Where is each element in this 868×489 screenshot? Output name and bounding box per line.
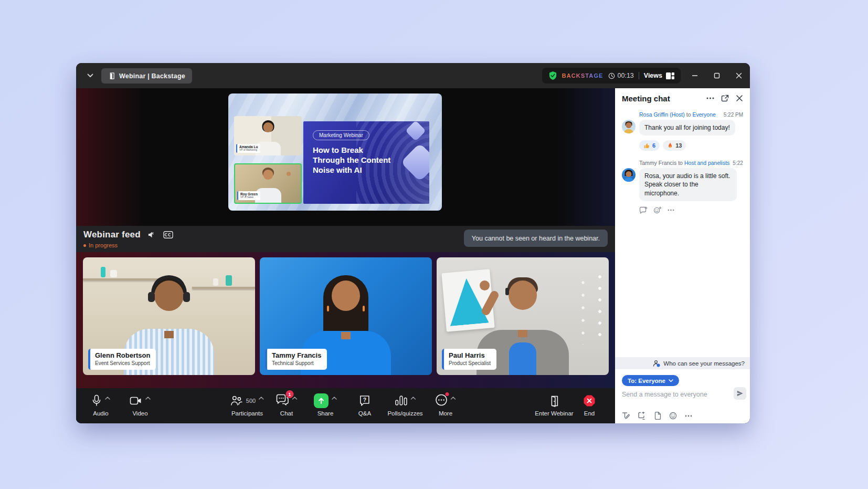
quote-reply-icon[interactable] xyxy=(639,206,648,214)
audio-button[interactable]: Audio xyxy=(91,393,110,417)
minimize-button[interactable] xyxy=(691,72,698,79)
message-sender[interactable]: Tammy Francis xyxy=(639,160,676,166)
end-button[interactable]: End xyxy=(583,393,596,417)
headset xyxy=(505,288,509,295)
screen-capture-icon[interactable] xyxy=(638,412,647,420)
recipient-selector[interactable]: To: Everyone xyxy=(622,375,679,386)
diamond-decoration xyxy=(400,143,429,182)
panelist-role: Event Services Support xyxy=(95,360,150,367)
add-reaction-icon[interactable] xyxy=(653,206,662,214)
file-attach-icon[interactable] xyxy=(654,412,661,420)
compose-toolbar xyxy=(615,398,750,423)
more-button[interactable]: More xyxy=(436,393,456,417)
meeting-chat-panel: Meeting chat Rosa xyxy=(615,88,750,423)
person-figure xyxy=(341,332,351,339)
reaction-thumbs-up[interactable]: 6 xyxy=(639,140,660,151)
chevron-up-icon[interactable] xyxy=(292,397,298,400)
message-sender[interactable]: Rosa Griffin (Host) xyxy=(639,111,685,118)
scene-decoration xyxy=(192,287,255,289)
speaker-name: Roy Green xyxy=(240,192,258,196)
chat-close-button[interactable] xyxy=(736,95,743,102)
svg-text:?: ? xyxy=(363,397,366,403)
send-button[interactable] xyxy=(734,387,746,400)
chat-popout-button[interactable] xyxy=(721,95,729,102)
session-status-cluster: BACKSTAGE 00:13 Views xyxy=(542,68,681,84)
more-label: More xyxy=(439,410,452,417)
divider xyxy=(639,72,639,79)
who-can-see-banner[interactable]: Who can see your messages? xyxy=(615,357,750,369)
chat-label: Chat xyxy=(280,410,293,417)
avatar xyxy=(622,120,636,133)
chevron-up-icon[interactable] xyxy=(105,397,110,400)
microphone-icon xyxy=(91,394,102,407)
chevron-up-icon[interactable] xyxy=(410,397,416,400)
maximize-button[interactable] xyxy=(713,72,721,79)
avatar-figure xyxy=(626,171,632,177)
scene-decoration xyxy=(226,275,232,286)
message-connector: to xyxy=(685,111,693,118)
scene-decoration xyxy=(101,267,105,277)
message-recipient[interactable]: Host and panelists xyxy=(684,160,729,166)
views-button[interactable]: Views xyxy=(644,72,674,79)
chat-title: Meeting chat xyxy=(622,94,670,103)
chat-header: Meeting chat xyxy=(615,88,750,108)
shared-slide: Marketing Webinar How to Break Through t… xyxy=(303,121,429,204)
chat-compose-input[interactable]: Send a message to everyone xyxy=(615,386,750,398)
speaker-muted-icon[interactable] xyxy=(147,231,156,238)
earring xyxy=(327,306,329,311)
qa-label: Q&A xyxy=(358,410,371,417)
ellipsis-icon[interactable] xyxy=(685,415,692,417)
send-icon xyxy=(736,390,744,397)
status-label: In progress xyxy=(89,242,118,248)
chat-messages: Rosa Griffin (Host) to Everyone 5:22 PM … xyxy=(615,111,750,214)
qa-button[interactable]: ? Q&A xyxy=(358,393,371,417)
feed-info-bar: Webinar feed In progress You cannot be s… xyxy=(76,226,615,252)
chevron-up-icon[interactable] xyxy=(259,397,264,400)
reaction-fire[interactable]: 13 xyxy=(663,140,686,151)
message-time: 5:22 PM xyxy=(721,112,743,118)
scene-decoration xyxy=(110,270,117,277)
tab-webinar-backstage[interactable]: Webinar | Backstage xyxy=(101,68,192,84)
video-tile-paul[interactable]: Paul Harris Product Specialist xyxy=(437,257,609,375)
avatar-figure xyxy=(624,129,633,133)
video-tile-tammy[interactable]: Tammy Francis Technical Support xyxy=(260,257,432,375)
recipient-selector-label: To: Everyone xyxy=(628,378,665,384)
person-figure xyxy=(263,170,273,180)
tab-label: Webinar | Backstage xyxy=(119,72,185,80)
window-controls xyxy=(691,63,743,88)
feed-speaker-tile-roy: Roy Green VP of Sales xyxy=(234,163,302,204)
polls-button[interactable]: Polls/quizzes xyxy=(387,393,422,417)
chevron-up-icon[interactable] xyxy=(332,397,337,400)
waving-hand xyxy=(480,280,490,290)
message-connector: to xyxy=(676,160,684,166)
enter-webinar-button[interactable]: Enter Webinar xyxy=(535,393,573,417)
panelist-nametag: Paul Harris Product Specialist xyxy=(442,349,496,370)
chat-button[interactable]: 1 Chat xyxy=(276,393,298,417)
format-text-icon[interactable] xyxy=(622,412,630,420)
ellipsis-icon[interactable] xyxy=(668,209,674,211)
close-button[interactable] xyxy=(735,72,743,79)
video-tile-glenn[interactable]: Glenn Robertson Event Services Support xyxy=(83,257,255,375)
chevron-up-icon[interactable] xyxy=(145,397,151,400)
collapse-tabs-button[interactable] xyxy=(84,70,96,81)
closed-captions-icon[interactable] xyxy=(163,231,173,238)
chevron-down-icon xyxy=(669,379,673,382)
chevron-up-icon[interactable] xyxy=(451,397,456,400)
share-label: Share xyxy=(317,410,334,417)
emoji-icon[interactable] xyxy=(669,412,677,420)
video-button[interactable]: Video xyxy=(130,393,151,417)
message-time: 5:22 PM xyxy=(729,160,743,166)
feed-title: Webinar feed xyxy=(83,230,141,240)
chat-more-button[interactable] xyxy=(706,97,714,99)
close-icon xyxy=(736,72,742,79)
slide-title: How to Break Through the Content Noise w… xyxy=(313,145,393,175)
chat-unread-badge: 1 xyxy=(286,390,294,398)
message-recipient[interactable]: Everyone xyxy=(693,111,716,118)
participants-button[interactable]: 500 Participants xyxy=(230,393,264,417)
camera-icon xyxy=(130,396,142,405)
views-label: Views xyxy=(644,72,662,79)
participants-count: 500 xyxy=(246,398,256,404)
backstage-badge: BACKSTAGE xyxy=(562,72,604,79)
mirror-lights xyxy=(581,276,585,345)
share-button[interactable]: Share xyxy=(314,393,337,417)
